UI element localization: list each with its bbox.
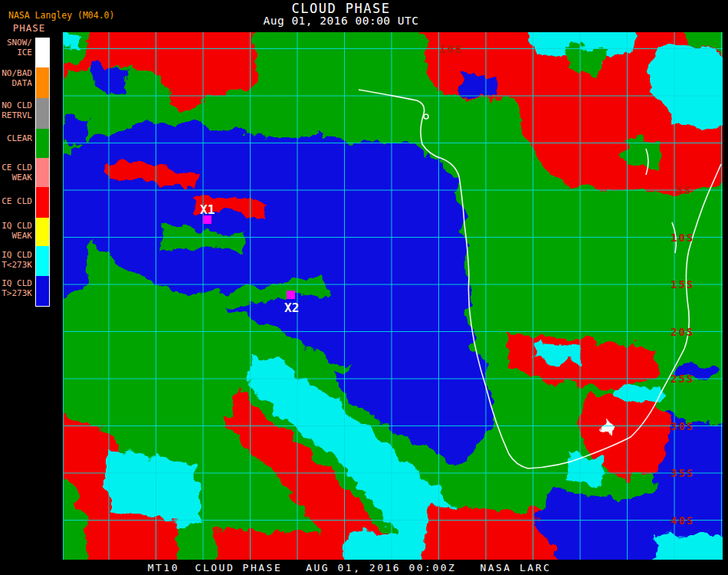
page-subtitle: Aug 01, 2016 00:00 UTC bbox=[0, 15, 682, 27]
legend-label-no-cld-retrvl: NO CLDRETRVL bbox=[2, 100, 32, 120]
lat-label: 35S bbox=[671, 467, 694, 479]
legend-label-liq-cld-gt273: IQ CLDT>273K bbox=[2, 278, 32, 298]
map-canvas: 5S 10S 15S 20S 25S 30S 35S 40S 10E X1 X2 bbox=[0, 0, 728, 575]
marker-x2-label: X2 bbox=[284, 301, 299, 315]
lat-label: 30S bbox=[671, 420, 694, 432]
lat-label: 20S bbox=[671, 326, 694, 338]
lat-label: 10S bbox=[671, 232, 694, 244]
lat-label: 15S bbox=[671, 278, 694, 291]
legend-swatch-liq-cld-gt273 bbox=[36, 276, 49, 306]
noise-overlay bbox=[460, 184, 723, 429]
legend-label-liq-cld-weak: IQ CLDWEAK bbox=[2, 221, 32, 241]
legend-swatch-liq-cld-weak bbox=[36, 218, 49, 246]
legend-label-clear: CLEAR bbox=[7, 133, 32, 143]
legend-label-ice-cld: CE CLD bbox=[2, 196, 32, 206]
marker-x1-point bbox=[203, 215, 212, 224]
legend-label-ice-cld-weak: CE CLDWEAK bbox=[2, 163, 32, 182]
noise-overlay bbox=[77, 130, 460, 383]
legend-swatch-ice-cld-weak bbox=[36, 158, 49, 187]
lat-label: 5S bbox=[676, 184, 692, 196]
legend-swatch-no-cld-retrvl bbox=[36, 98, 49, 129]
legend-title: PHASE bbox=[6, 22, 52, 34]
lat-label: 40S bbox=[671, 514, 694, 527]
cloud-phase-product: 5S 10S 15S 20S 25S 30S 35S 40S 10E X1 X2… bbox=[0, 0, 728, 575]
marker-x1-label: X1 bbox=[200, 202, 215, 217]
lon-label: 10E bbox=[439, 43, 463, 55]
lat-label: 25S bbox=[671, 373, 694, 385]
legend-swatch-snow-ice bbox=[36, 38, 49, 67]
legend-color-bar bbox=[35, 38, 50, 307]
marker-x2-point bbox=[287, 291, 295, 299]
legend-label-no-bad-data: NO/BADDATA bbox=[2, 68, 32, 88]
cloud-blob bbox=[564, 46, 605, 77]
legend-label-snow-ice: SNOW/ICE bbox=[7, 38, 32, 58]
legend-label-liq-cld-lt273: IQ CLDT<273K bbox=[2, 250, 32, 270]
footer-caption: MT10 CLOUD PHASE AUG 01, 2016 00:00Z NAS… bbox=[0, 562, 699, 573]
legend-swatch-no-bad-data bbox=[36, 67, 49, 98]
cloud-blob bbox=[622, 138, 661, 167]
legend-swatch-clear bbox=[36, 129, 49, 158]
noise-overlay bbox=[429, 429, 723, 560]
legend-swatch-liq-cld-lt273 bbox=[36, 246, 49, 276]
page-title: CLOUD PHASE bbox=[0, 1, 682, 16]
legend-swatch-ice-cld bbox=[36, 187, 49, 218]
